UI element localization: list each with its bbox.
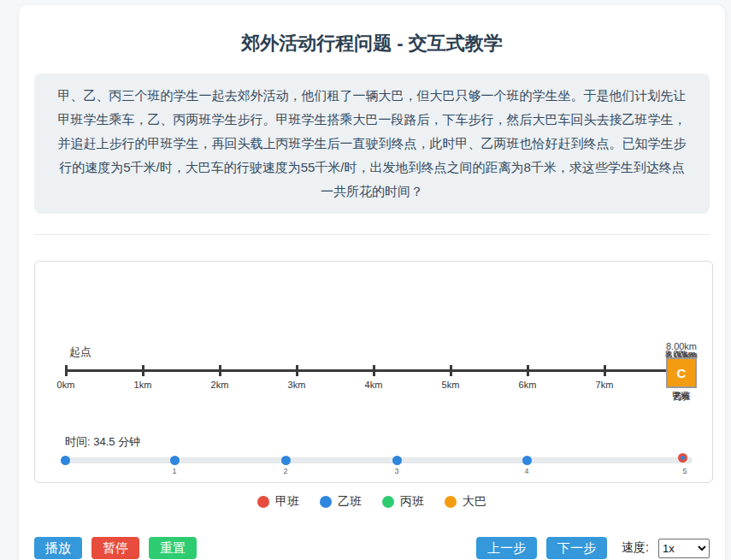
legend-item-class-c: 丙班 [382, 494, 424, 510]
time-display: 时间: 34.5 分钟 [65, 434, 140, 450]
timeline-step-dot[interactable] [281, 456, 291, 465]
axis-tick-label: 7km [587, 380, 622, 390]
axis-tick-label: 4km [357, 380, 391, 390]
timeline-step-number: 1 [166, 467, 183, 475]
simulation-canvas: 起点 0km 1km 2km 3km 4km 5km 6km 7km 8.00k… [34, 261, 713, 483]
bus-marker: C [666, 357, 697, 388]
speed-label: 速度: [622, 540, 649, 556]
next-step-button[interactable]: 下一步 [546, 537, 607, 559]
timeline-step-dot[interactable] [522, 456, 532, 465]
legend-label: 乙班 [338, 494, 362, 510]
main-card: 郊外活动行程问题 - 交互式教学 甲、乙、丙三个班的学生一起去郊外活动，他们租了… [19, 5, 725, 560]
legend-item-bus: 大巴 [445, 494, 486, 510]
page-title: 郊外活动行程问题 - 交互式教学 [34, 31, 710, 56]
play-button[interactable]: 播放 [34, 537, 82, 559]
timeline-slider-handle[interactable] [678, 453, 687, 463]
axis-tick-label: 2km [203, 380, 237, 390]
axis-tick [142, 365, 144, 376]
legend-label: 甲班 [275, 494, 299, 510]
timeline-slider-track[interactable] [65, 457, 692, 463]
speed-select[interactable]: 1x [658, 539, 710, 558]
control-bar: 播放 暂停 重置 上一步 下一步 速度: 1x [34, 537, 710, 559]
axis-tick-label: 0km [49, 380, 83, 390]
prev-step-button[interactable]: 上一步 [476, 537, 537, 559]
class-label-at-end: 丙班 [656, 392, 707, 404]
axis-tick [65, 365, 68, 376]
start-point-label: 起点 [69, 345, 91, 360]
problem-statement: 甲、乙、丙三个班的学生一起去郊外活动，他们租了一辆大巴，但大巴只够一个班的学生坐… [34, 74, 710, 214]
class-a-color-dot [257, 496, 269, 508]
axis-tick-label: 6km [510, 380, 545, 390]
axis-tick-label: 1km [126, 380, 160, 390]
timeline-step-dot[interactable] [392, 456, 402, 465]
timeline-step-number: 5 [676, 467, 693, 475]
timeline-step-number: 4 [518, 467, 535, 475]
class-c-color-dot [382, 496, 394, 508]
step-nav-buttons: 上一步 下一步 速度: 1x [476, 537, 710, 559]
legend-item-class-b: 乙班 [320, 494, 362, 510]
legend-item-class-a: 甲班 [257, 494, 299, 510]
divider [34, 234, 710, 235]
timeline-step-dot[interactable] [170, 456, 180, 465]
axis-tick [604, 365, 606, 376]
timeline-step-dot[interactable] [61, 456, 70, 465]
axis-tick [219, 365, 221, 376]
legend-label: 大巴 [463, 494, 486, 510]
axis-tick [373, 365, 375, 376]
axis-tick [450, 365, 452, 376]
axis-tick [527, 365, 529, 376]
reset-button[interactable]: 重置 [149, 537, 197, 559]
timeline-step-number: 2 [277, 467, 294, 475]
axis-tick [296, 365, 298, 376]
axis-tick-label: 3km [280, 380, 314, 390]
class-b-color-dot [320, 496, 332, 508]
axis-tick-label: 5km [433, 380, 468, 390]
bus-color-dot [445, 496, 457, 508]
playback-buttons: 播放 暂停 重置 [34, 537, 197, 559]
legend: 甲班 乙班 丙班 大巴 [34, 494, 710, 510]
pause-button[interactable]: 暂停 [91, 537, 139, 559]
legend-label: 丙班 [400, 494, 424, 510]
timeline-step-number: 3 [388, 467, 405, 475]
